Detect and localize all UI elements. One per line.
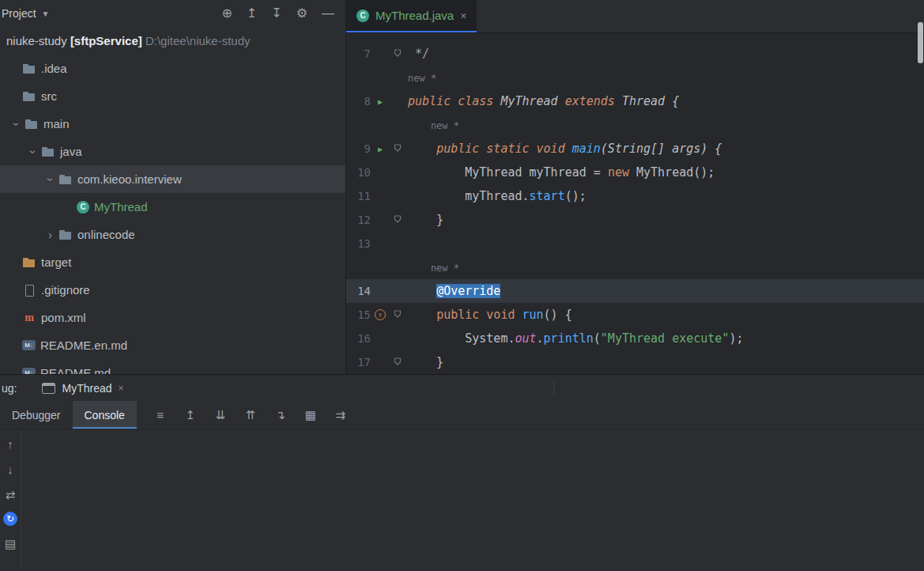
tree-item-idea[interactable]: .idea [0,55,345,82]
project-tool-window: Project ▼ ⊕↥↧⚙— niuke-study [sftpService… [0,0,346,374]
line-number: 17 [346,356,371,369]
run-icon[interactable]: ▶ [378,97,383,106]
code-token: new * [408,263,459,274]
chevron-down-icon[interactable]: › [10,115,23,132]
code-token: run [522,308,544,322]
compare-icon[interactable]: ⇉ [333,407,349,423]
scroll-down-icon[interactable]: ⇊ [213,407,228,423]
code-editor[interactable]: 7 */new *8▶public class MyThread extends… [346,33,924,374]
tree-item-label: .idea [41,62,67,75]
tree-item-label: MyThread [94,200,148,214]
console-window-icon [42,383,55,394]
code-token: public void [436,308,522,322]
editor-area: C MyThread.java × 7 */new *8▶public clas… [346,0,924,374]
down-stack-trace-icon[interactable]: ↓ [2,461,18,477]
tree-item-label: java [60,145,82,158]
debug-session-tab[interactable]: MyThread × [36,375,130,401]
tree-item-pom-xml[interactable]: mpom.xml [0,304,345,331]
tree-item-readme-en-md[interactable]: M↓README.en.md [0,331,345,359]
tab-console[interactable]: Console [73,401,137,429]
code-line-8: 8▶public class MyThread extends Thread { [346,89,924,113]
code-token: @Override [436,284,500,298]
project-tree: niuke-study [sftpService] D:\gitee\niuke… [0,27,345,374]
tree-item-com-kieoo-interview[interactable]: ›com.kieoo.interview [0,165,345,193]
console-toolbar: ≡↥⇊⇈↴▦⇉ [153,401,349,429]
tree-item-main[interactable]: ›main [0,110,345,138]
chevron-down-icon[interactable]: › [44,171,57,187]
code-token: extends [565,94,622,108]
fold-marker-slot [390,142,405,156]
java-class-icon: C [356,9,369,22]
layout-settings-icon[interactable]: ≡ [153,407,168,423]
fold-marker-icon[interactable] [393,142,402,156]
code-text: public static void main(String[] args) { [405,142,722,156]
code-token: public static void [436,142,572,156]
run-icon[interactable]: ▶ [378,145,383,153]
line-number: 15 [346,308,371,321]
scroll-up-icon[interactable]: ⇈ [243,407,258,423]
chevron-down-icon[interactable]: › [27,143,40,160]
console-output-area[interactable] [21,429,924,571]
project-view-dropdown[interactable]: Project ▼ [0,7,49,20]
code-token: public class [408,94,500,108]
tree-item-readme-md[interactable]: M↓README.md [0,359,345,374]
goto-next-icon[interactable]: ↴ [273,407,289,423]
chevron-right-icon[interactable]: › [42,229,58,241]
folder-icon [41,146,55,158]
overriding-method-icon[interactable]: ↑ [375,309,386,320]
hide-panel-icon[interactable]: — [322,7,334,20]
tab-debugger[interactable]: Debugger [0,401,73,429]
collapse-all-icon[interactable]: ↧ [271,7,281,20]
tree-item-label: pom.xml [41,311,86,324]
folder-icon [22,62,36,75]
project-title: Project [2,7,36,20]
line-number: 7 [346,47,371,60]
code-line-11: 11 myThread.start(); [346,184,924,208]
close-session-icon[interactable]: × [119,383,124,394]
close-tab-icon[interactable]: × [460,9,466,22]
project-header-toolbar: ⊕↥↧⚙— [221,7,334,20]
tree-item-onlinecode[interactable]: ›onlinecode [0,221,345,248]
expand-all-icon[interactable]: ↥ [247,7,257,20]
folder-icon [22,90,36,103]
up-stack-trace-icon[interactable]: ↑ [2,436,18,452]
settings-gear-icon[interactable]: ⚙ [296,7,307,20]
editor-scrollbar-thumb[interactable] [918,22,923,63]
line-number: 13 [346,237,371,250]
tree-item-gitignore[interactable]: .gitignore [0,276,345,304]
line-number: 14 [346,285,371,297]
debug-panel-title: ug: [0,382,17,395]
tree-item-mythread-class[interactable]: CMyThread [0,193,345,221]
code-token [408,284,436,298]
code-token: */ [408,47,429,61]
tree-item-src[interactable]: src [0,82,345,110]
package-icon [58,173,73,186]
up-from-line-icon[interactable]: ↥ [183,407,198,423]
tree-item-target[interactable]: target [0,248,345,276]
tree-item-java[interactable]: ›java [0,138,345,165]
fold-marker-icon[interactable] [393,47,402,61]
swap-layout-icon[interactable]: ⇄ [2,486,18,502]
code-token: main [572,142,601,156]
console-lines-icon[interactable]: ▤ [2,535,18,551]
debug-panel-header: ug: MyThread × [0,375,924,401]
line-number: 16 [346,332,371,345]
tree-item-root[interactable]: niuke-study [sftpService] D:\gitee\niuke… [0,27,345,55]
code-text: System.out.println("MyThread execute"); [405,331,743,346]
editor-tab-mythread-java[interactable]: C MyThread.java × [346,0,477,32]
tree-item-label: README.en.md [40,338,127,352]
debug-tool-window: ug: MyThread × Debugger Console ≡↥⇊⇈↴▦⇉ … [0,374,924,571]
tree-item-label: niuke-study [sftpService] D:\gitee\niuke… [6,34,251,47]
code-token: System. [408,331,515,346]
fold-marker-icon[interactable] [393,213,402,227]
fold-marker-slot [390,355,405,369]
locate-opened-file-icon[interactable]: ⊕ [221,7,232,20]
grid-view-icon[interactable]: ▦ [303,407,319,423]
fold-marker-icon[interactable] [393,355,402,369]
fold-marker-icon[interactable] [393,308,402,322]
folder-icon [25,118,39,130]
rerun-icon[interactable]: ↻ [3,512,17,526]
tree-item-label: com.kieoo.interview [77,172,182,186]
file-icon [22,284,36,297]
line-number: 11 [346,190,371,202]
